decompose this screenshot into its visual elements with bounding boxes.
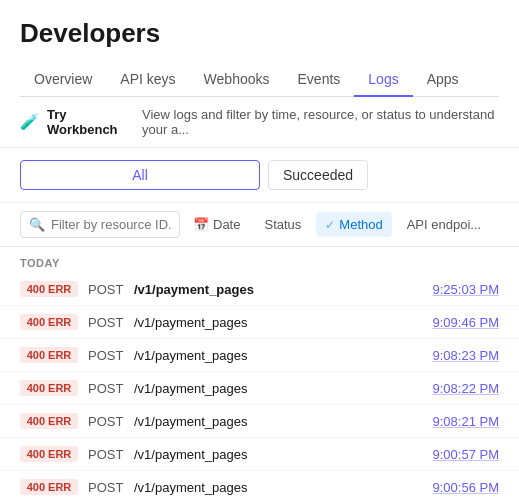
log-time[interactable]: 9:00:57 PM: [433, 447, 500, 462]
status-badge: 400 ERR: [20, 446, 78, 462]
workbench-banner: 🧪 Try Workbench View logs and filter by …: [0, 97, 519, 148]
search-input-wrap[interactable]: 🔍: [20, 211, 180, 238]
search-input[interactable]: [51, 217, 171, 232]
calendar-icon: 📅: [193, 217, 209, 232]
filter-chip-status[interactable]: Status: [255, 212, 310, 237]
nav-tab-apps[interactable]: Apps: [413, 63, 473, 97]
log-row[interactable]: 400 ERRPOST/v1/payment_pages9:09:46 PM: [0, 306, 519, 339]
filter-all-button[interactable]: All: [20, 160, 260, 190]
log-row[interactable]: 400 ERRPOST/v1/payment_pages9:08:23 PM: [0, 339, 519, 372]
log-time[interactable]: 9:00:56 PM: [433, 480, 500, 495]
log-row[interactable]: 400 ERRPOST/v1/payment_pages9:25:03 PM: [0, 273, 519, 306]
chip-label: Method: [339, 217, 382, 232]
log-path: /v1/payment_pages: [134, 414, 423, 429]
nav-tab-api-keys[interactable]: API keys: [106, 63, 189, 97]
status-badge: 400 ERR: [20, 281, 78, 297]
workbench-label: Try Workbench: [47, 107, 130, 137]
search-icon: 🔍: [29, 217, 45, 232]
filter-chips: 📅 DateStatus✓MethodAPI endpoi...: [184, 212, 490, 237]
log-time[interactable]: 9:09:46 PM: [433, 315, 500, 330]
nav-tab-webhooks[interactable]: Webhooks: [190, 63, 284, 97]
filter-chip-api-endpoi---[interactable]: API endpoi...: [398, 212, 490, 237]
log-time[interactable]: 9:08:23 PM: [433, 348, 500, 363]
log-method: POST: [88, 480, 124, 495]
log-method: POST: [88, 414, 124, 429]
log-path: /v1/payment_pages: [134, 381, 423, 396]
log-method: POST: [88, 348, 124, 363]
filter-chip-method[interactable]: ✓Method: [316, 212, 391, 237]
page-header: Developers OverviewAPI keysWebhooksEvent…: [0, 0, 519, 97]
status-badge: 400 ERR: [20, 479, 78, 495]
nav-tab-overview[interactable]: Overview: [20, 63, 106, 97]
workbench-description: View logs and filter by time, resource, …: [142, 107, 499, 137]
page-title: Developers: [20, 18, 499, 49]
chip-label: Status: [264, 217, 301, 232]
chip-label: API endpoi...: [407, 217, 481, 232]
status-badge: 400 ERR: [20, 380, 78, 396]
log-method: POST: [88, 315, 124, 330]
nav-tabs: OverviewAPI keysWebhooksEventsLogsApps: [20, 63, 499, 97]
log-row[interactable]: 400 ERRPOST/v1/payment_pages9:00:57 PM: [0, 438, 519, 471]
nav-tab-events[interactable]: Events: [284, 63, 355, 97]
status-badge: 400 ERR: [20, 347, 78, 363]
search-bar: 🔍 📅 DateStatus✓MethodAPI endpoi...: [0, 203, 519, 247]
log-path: /v1/payment_pages: [134, 447, 423, 462]
workbench-icon: 🧪: [20, 113, 39, 131]
status-badge: 400 ERR: [20, 413, 78, 429]
chip-label: Date: [213, 217, 240, 232]
nav-tab-logs[interactable]: Logs: [354, 63, 412, 97]
log-path: /v1/payment_pages: [134, 480, 423, 495]
log-time[interactable]: 9:08:21 PM: [433, 414, 500, 429]
log-time[interactable]: 9:08:22 PM: [433, 381, 500, 396]
section-label: TODAY: [0, 247, 519, 273]
log-method: POST: [88, 282, 124, 297]
filter-succeeded-button[interactable]: Succeeded: [268, 160, 368, 190]
log-row[interactable]: 400 ERRPOST/v1/payment_pages9:00:56 PM: [0, 471, 519, 500]
log-path: /v1/payment_pages: [134, 348, 423, 363]
log-path: /v1/payment_pages: [134, 282, 423, 297]
log-method: POST: [88, 447, 124, 462]
log-time[interactable]: 9:25:03 PM: [433, 282, 500, 297]
log-row[interactable]: 400 ERRPOST/v1/payment_pages9:08:21 PM: [0, 405, 519, 438]
log-row[interactable]: 400 ERRPOST/v1/payment_pages9:08:22 PM: [0, 372, 519, 405]
log-method: POST: [88, 381, 124, 396]
filter-chip-date[interactable]: 📅 Date: [184, 212, 249, 237]
filter-row: All Succeeded: [0, 148, 519, 203]
check-icon: ✓: [325, 218, 335, 232]
log-table: 400 ERRPOST/v1/payment_pages9:25:03 PM40…: [0, 273, 519, 500]
log-path: /v1/payment_pages: [134, 315, 423, 330]
status-badge: 400 ERR: [20, 314, 78, 330]
